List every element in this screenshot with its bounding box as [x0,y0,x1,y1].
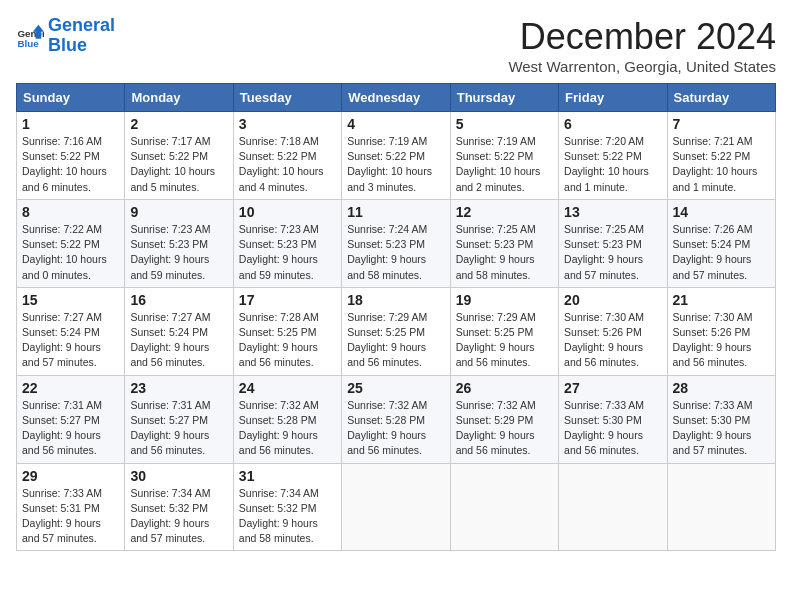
day-number: 7 [673,116,770,132]
calendar-header-row: SundayMondayTuesdayWednesdayThursdayFrid… [17,84,776,112]
day-info: Sunrise: 7:18 AMSunset: 5:22 PMDaylight:… [239,134,336,195]
calendar-cell: 5Sunrise: 7:19 AMSunset: 5:22 PMDaylight… [450,112,558,200]
day-info: Sunrise: 7:27 AMSunset: 5:24 PMDaylight:… [130,310,227,371]
day-info: Sunrise: 7:33 AMSunset: 5:30 PMDaylight:… [564,398,661,459]
calendar-week-5: 29Sunrise: 7:33 AMSunset: 5:31 PMDayligh… [17,463,776,551]
page-header: General Blue General Blue December 2024 … [16,16,776,75]
day-number: 27 [564,380,661,396]
day-number: 28 [673,380,770,396]
calendar-cell: 27Sunrise: 7:33 AMSunset: 5:30 PMDayligh… [559,375,667,463]
day-number: 11 [347,204,444,220]
calendar-cell: 2Sunrise: 7:17 AMSunset: 5:22 PMDaylight… [125,112,233,200]
calendar-week-1: 1Sunrise: 7:16 AMSunset: 5:22 PMDaylight… [17,112,776,200]
day-number: 16 [130,292,227,308]
location-text: West Warrenton, Georgia, United States [508,58,776,75]
day-info: Sunrise: 7:25 AMSunset: 5:23 PMDaylight:… [564,222,661,283]
calendar-table: SundayMondayTuesdayWednesdayThursdayFrid… [16,83,776,551]
day-info: Sunrise: 7:25 AMSunset: 5:23 PMDaylight:… [456,222,553,283]
day-number: 3 [239,116,336,132]
day-info: Sunrise: 7:29 AMSunset: 5:25 PMDaylight:… [456,310,553,371]
day-number: 4 [347,116,444,132]
logo-icon: General Blue [16,22,44,50]
calendar-cell: 1Sunrise: 7:16 AMSunset: 5:22 PMDaylight… [17,112,125,200]
calendar-cell: 17Sunrise: 7:28 AMSunset: 5:25 PMDayligh… [233,287,341,375]
calendar-week-3: 15Sunrise: 7:27 AMSunset: 5:24 PMDayligh… [17,287,776,375]
day-number: 14 [673,204,770,220]
calendar-cell [342,463,450,551]
calendar-cell: 16Sunrise: 7:27 AMSunset: 5:24 PMDayligh… [125,287,233,375]
calendar-cell: 4Sunrise: 7:19 AMSunset: 5:22 PMDaylight… [342,112,450,200]
day-info: Sunrise: 7:28 AMSunset: 5:25 PMDaylight:… [239,310,336,371]
day-info: Sunrise: 7:17 AMSunset: 5:22 PMDaylight:… [130,134,227,195]
calendar-week-4: 22Sunrise: 7:31 AMSunset: 5:27 PMDayligh… [17,375,776,463]
header-monday: Monday [125,84,233,112]
day-info: Sunrise: 7:32 AMSunset: 5:28 PMDaylight:… [239,398,336,459]
day-info: Sunrise: 7:29 AMSunset: 5:25 PMDaylight:… [347,310,444,371]
header-saturday: Saturday [667,84,775,112]
calendar-cell: 6Sunrise: 7:20 AMSunset: 5:22 PMDaylight… [559,112,667,200]
calendar-cell: 21Sunrise: 7:30 AMSunset: 5:26 PMDayligh… [667,287,775,375]
day-info: Sunrise: 7:24 AMSunset: 5:23 PMDaylight:… [347,222,444,283]
day-number: 29 [22,468,119,484]
calendar-cell: 11Sunrise: 7:24 AMSunset: 5:23 PMDayligh… [342,199,450,287]
day-info: Sunrise: 7:19 AMSunset: 5:22 PMDaylight:… [456,134,553,195]
calendar-cell: 30Sunrise: 7:34 AMSunset: 5:32 PMDayligh… [125,463,233,551]
day-info: Sunrise: 7:19 AMSunset: 5:22 PMDaylight:… [347,134,444,195]
calendar-cell: 31Sunrise: 7:34 AMSunset: 5:32 PMDayligh… [233,463,341,551]
day-info: Sunrise: 7:26 AMSunset: 5:24 PMDaylight:… [673,222,770,283]
day-info: Sunrise: 7:33 AMSunset: 5:30 PMDaylight:… [673,398,770,459]
day-number: 9 [130,204,227,220]
day-info: Sunrise: 7:30 AMSunset: 5:26 PMDaylight:… [673,310,770,371]
day-info: Sunrise: 7:32 AMSunset: 5:28 PMDaylight:… [347,398,444,459]
day-info: Sunrise: 7:32 AMSunset: 5:29 PMDaylight:… [456,398,553,459]
calendar-cell [559,463,667,551]
day-number: 23 [130,380,227,396]
day-info: Sunrise: 7:34 AMSunset: 5:32 PMDaylight:… [130,486,227,547]
calendar-cell: 19Sunrise: 7:29 AMSunset: 5:25 PMDayligh… [450,287,558,375]
day-info: Sunrise: 7:21 AMSunset: 5:22 PMDaylight:… [673,134,770,195]
calendar-cell: 25Sunrise: 7:32 AMSunset: 5:28 PMDayligh… [342,375,450,463]
day-number: 20 [564,292,661,308]
day-number: 19 [456,292,553,308]
day-number: 26 [456,380,553,396]
day-info: Sunrise: 7:31 AMSunset: 5:27 PMDaylight:… [22,398,119,459]
calendar-cell: 7Sunrise: 7:21 AMSunset: 5:22 PMDaylight… [667,112,775,200]
day-info: Sunrise: 7:33 AMSunset: 5:31 PMDaylight:… [22,486,119,547]
day-number: 24 [239,380,336,396]
calendar-cell: 22Sunrise: 7:31 AMSunset: 5:27 PMDayligh… [17,375,125,463]
day-info: Sunrise: 7:22 AMSunset: 5:22 PMDaylight:… [22,222,119,283]
day-info: Sunrise: 7:31 AMSunset: 5:27 PMDaylight:… [130,398,227,459]
header-wednesday: Wednesday [342,84,450,112]
day-number: 10 [239,204,336,220]
day-number: 12 [456,204,553,220]
logo-text-general: General [48,16,115,36]
calendar-cell: 26Sunrise: 7:32 AMSunset: 5:29 PMDayligh… [450,375,558,463]
day-number: 25 [347,380,444,396]
day-number: 6 [564,116,661,132]
day-info: Sunrise: 7:23 AMSunset: 5:23 PMDaylight:… [130,222,227,283]
header-friday: Friday [559,84,667,112]
header-thursday: Thursday [450,84,558,112]
day-number: 18 [347,292,444,308]
svg-text:Blue: Blue [17,38,39,49]
day-number: 17 [239,292,336,308]
calendar-cell: 24Sunrise: 7:32 AMSunset: 5:28 PMDayligh… [233,375,341,463]
calendar-cell: 28Sunrise: 7:33 AMSunset: 5:30 PMDayligh… [667,375,775,463]
day-info: Sunrise: 7:23 AMSunset: 5:23 PMDaylight:… [239,222,336,283]
calendar-cell: 3Sunrise: 7:18 AMSunset: 5:22 PMDaylight… [233,112,341,200]
day-number: 31 [239,468,336,484]
day-info: Sunrise: 7:34 AMSunset: 5:32 PMDaylight:… [239,486,336,547]
header-tuesday: Tuesday [233,84,341,112]
day-number: 22 [22,380,119,396]
calendar-cell: 13Sunrise: 7:25 AMSunset: 5:23 PMDayligh… [559,199,667,287]
day-info: Sunrise: 7:30 AMSunset: 5:26 PMDaylight:… [564,310,661,371]
calendar-cell [450,463,558,551]
day-info: Sunrise: 7:20 AMSunset: 5:22 PMDaylight:… [564,134,661,195]
calendar-cell: 14Sunrise: 7:26 AMSunset: 5:24 PMDayligh… [667,199,775,287]
day-number: 2 [130,116,227,132]
title-block: December 2024 West Warrenton, Georgia, U… [508,16,776,75]
day-info: Sunrise: 7:27 AMSunset: 5:24 PMDaylight:… [22,310,119,371]
day-info: Sunrise: 7:16 AMSunset: 5:22 PMDaylight:… [22,134,119,195]
calendar-cell: 15Sunrise: 7:27 AMSunset: 5:24 PMDayligh… [17,287,125,375]
logo-text-blue: Blue [48,36,115,56]
